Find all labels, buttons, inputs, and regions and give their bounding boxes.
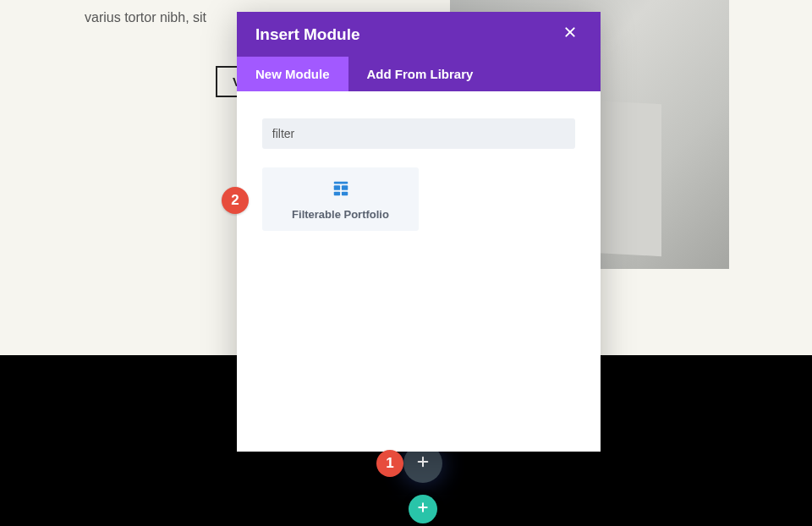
annotation-marker-2: 2 bbox=[222, 187, 249, 214]
insert-module-modal: Insert Module New Module Add From Librar… bbox=[237, 12, 601, 452]
modal-body: Filterable Portfolio bbox=[237, 91, 601, 452]
close-icon bbox=[563, 25, 577, 42]
module-search-input[interactable] bbox=[262, 118, 575, 149]
plus-icon bbox=[416, 455, 430, 472]
module-tile-label: Filterable Portfolio bbox=[269, 208, 412, 221]
svg-rect-3 bbox=[333, 185, 339, 190]
svg-rect-5 bbox=[333, 192, 339, 196]
tab-add-from-library[interactable]: Add From Library bbox=[348, 57, 492, 91]
svg-rect-6 bbox=[341, 192, 347, 196]
modal-header: Insert Module bbox=[237, 12, 601, 57]
svg-rect-4 bbox=[341, 185, 347, 190]
close-button[interactable] bbox=[558, 24, 582, 45]
svg-rect-2 bbox=[333, 182, 348, 184]
modal-tabs: New Module Add From Library bbox=[237, 57, 601, 91]
add-section-button[interactable] bbox=[409, 495, 437, 523]
body-text-fragment: varius tortor nibh, sit bbox=[85, 10, 206, 25]
module-tile-filterable-portfolio[interactable]: Filterable Portfolio bbox=[262, 167, 419, 231]
grid-icon bbox=[269, 179, 412, 201]
annotation-marker-1: 1 bbox=[376, 450, 403, 477]
modal-title: Insert Module bbox=[255, 25, 360, 44]
tab-new-module[interactable]: New Module bbox=[237, 57, 348, 91]
plus-icon bbox=[416, 501, 430, 518]
